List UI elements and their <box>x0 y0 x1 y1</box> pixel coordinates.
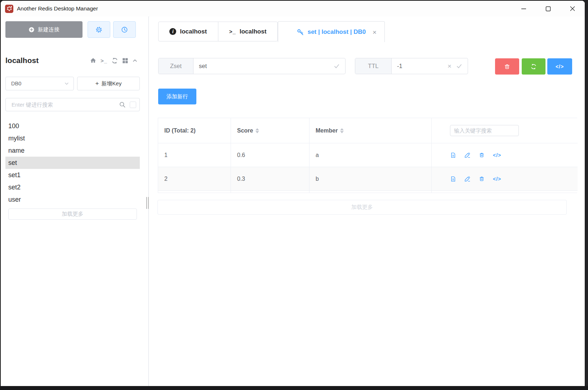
delete-row-icon[interactable] <box>479 152 485 158</box>
column-header-score: Score <box>231 118 309 143</box>
close-icon <box>570 6 575 12</box>
desktop-edge <box>585 0 588 390</box>
connection-actions: >_ <box>90 57 138 64</box>
maximize-button[interactable] <box>536 1 560 17</box>
key-list-item[interactable]: set2 <box>5 181 140 193</box>
titlebar: Another Redis Desktop Manager <box>1 1 585 17</box>
main-panel: i localhost >_ localhost set | localhost… <box>149 17 585 386</box>
app-window: Another Redis Desktop Manager 新建连接 <box>0 0 585 386</box>
cell-member: a <box>309 143 432 167</box>
home-icon[interactable] <box>90 57 97 64</box>
db-select[interactable]: DB0 <box>5 77 74 90</box>
key-type-label: Zset <box>159 58 193 74</box>
key-list-item-selected[interactable]: set <box>5 157 140 169</box>
column-header-member: Member <box>309 118 432 143</box>
tab-label: localhost <box>240 28 267 35</box>
plus-icon: + <box>95 80 99 87</box>
minimize-button[interactable] <box>511 1 536 17</box>
key-search-box <box>5 98 140 111</box>
row-actions: </> <box>450 176 578 182</box>
ttl-label: TTL <box>355 58 392 74</box>
row-actions: </> <box>450 152 578 158</box>
delete-row-icon[interactable] <box>479 176 485 182</box>
view-row-icon[interactable] <box>450 152 456 158</box>
ttl-group: TTL × <box>355 58 468 74</box>
add-key-button[interactable]: + 新增Key <box>77 77 140 90</box>
sidebar-splitter-handle[interactable] <box>146 197 149 209</box>
sidebar-load-more-button[interactable]: 加载更多 <box>8 209 137 220</box>
info-icon: i <box>169 28 176 35</box>
exact-search-checkbox[interactable] <box>130 102 136 108</box>
cell-member: b <box>309 167 432 191</box>
window-controls <box>511 1 585 17</box>
tab-server-localhost[interactable]: i localhost <box>159 22 218 41</box>
db-selected-value: DB0 <box>11 81 21 86</box>
refresh-icon[interactable] <box>111 57 118 64</box>
connection-header: localhost >_ <box>5 55 138 66</box>
sidebar-toolbar: 新建连接 <box>5 21 136 38</box>
tab-close-icon[interactable]: × <box>373 28 377 35</box>
cell-score: 0.6 <box>231 143 309 167</box>
key-list-item[interactable]: set1 <box>5 169 140 181</box>
close-button[interactable] <box>560 1 585 17</box>
key-list-item[interactable]: 100 <box>5 120 140 132</box>
key-list-item[interactable]: name <box>5 144 140 157</box>
key-name-input[interactable] <box>193 58 345 74</box>
code-icon: </> <box>556 64 564 70</box>
history-button[interactable] <box>113 21 136 38</box>
gear-icon <box>95 26 102 33</box>
view-row-icon[interactable] <box>450 176 456 182</box>
row-command-icon[interactable]: </> <box>493 152 501 158</box>
terminal-icon: >_ <box>229 28 236 35</box>
edit-row-icon[interactable] <box>464 152 471 158</box>
refresh-key-button[interactable] <box>522 58 545 75</box>
key-search-row <box>5 98 140 111</box>
maximize-icon <box>545 6 551 12</box>
window-bottom-edge <box>0 386 588 390</box>
desktop-background: Another Redis Desktop Manager 新建连接 <box>0 0 588 390</box>
terminal-icon[interactable]: >_ <box>101 58 107 64</box>
sidebar: 新建连接 localhost <box>1 17 149 386</box>
tab-bar: i localhost >_ localhost <box>158 22 278 41</box>
clock-icon <box>121 26 128 33</box>
table-header-row: ID (Total: 2) Score Member <box>158 118 578 143</box>
search-icon <box>119 101 126 108</box>
table-footer-strip <box>158 191 578 193</box>
clear-icon[interactable]: × <box>447 63 451 70</box>
confirm-check-icon <box>456 63 463 70</box>
sort-carets-icon[interactable] <box>340 128 344 133</box>
table-load-more-button[interactable]: 加载更多 <box>157 200 567 215</box>
window-title: Another Redis Desktop Manager <box>17 5 98 12</box>
key-search-input[interactable] <box>11 101 119 108</box>
confirm-check-icon <box>333 63 340 70</box>
table-row: 1 0.6 a </> <box>158 143 578 167</box>
tab-label: localhost <box>180 28 207 35</box>
chevron-down-icon <box>64 81 69 86</box>
connection-name: localhost <box>5 56 39 65</box>
sort-carets-icon[interactable] <box>255 128 259 133</box>
new-connection-button[interactable]: 新建连接 <box>5 21 83 38</box>
zset-table: ID (Total: 2) Score Member <box>158 118 577 193</box>
delete-key-button[interactable] <box>495 58 519 75</box>
table-row: 2 0.3 b </> <box>158 167 578 191</box>
collapse-chevron-icon[interactable] <box>132 58 138 63</box>
add-key-label: 新增Key <box>102 80 122 87</box>
refresh-icon <box>530 63 537 70</box>
db-row: DB0 + 新增Key <box>5 77 140 90</box>
add-row-button[interactable]: 添加新行 <box>158 89 196 104</box>
table-filter-input[interactable] <box>450 125 519 136</box>
tab-cli-localhost[interactable]: >_ localhost <box>218 22 278 41</box>
column-header-search <box>432 118 578 143</box>
cell-id: 2 <box>158 167 231 191</box>
plus-circle-icon <box>28 27 35 33</box>
key-list: 100 mylist name set set1 set2 user <box>5 120 140 206</box>
key-list-item[interactable]: user <box>5 193 140 206</box>
view-command-button[interactable]: </> <box>547 58 572 75</box>
minimize-icon <box>521 6 526 12</box>
row-command-icon[interactable]: </> <box>493 176 501 182</box>
key-list-item[interactable]: mylist <box>5 132 140 144</box>
settings-button[interactable] <box>88 21 110 38</box>
tab-key-set-active[interactable]: set | localhost | DB0 × <box>278 21 385 42</box>
edit-row-icon[interactable] <box>464 176 471 182</box>
grid-view-icon[interactable] <box>122 58 128 64</box>
